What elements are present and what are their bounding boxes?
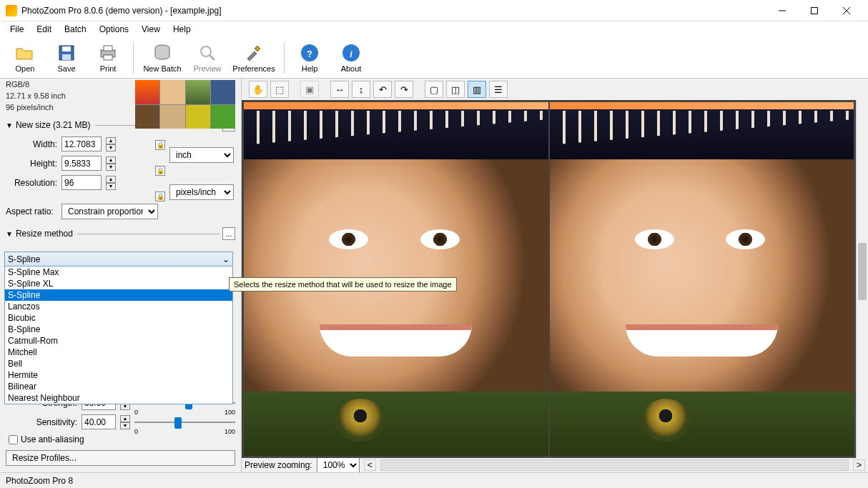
rotate-cw-button[interactable]: ↷: [395, 81, 413, 98]
height-label: Height:: [6, 159, 57, 169]
dimension-unit-select[interactable]: inch: [169, 147, 234, 163]
vertical-scrollbar[interactable]: [856, 100, 868, 458]
open-button[interactable]: Open: [6, 40, 44, 76]
pan-tool-button[interactable]: ✋: [249, 81, 267, 98]
height-lock-button[interactable]: 🔒: [155, 166, 165, 176]
menu-options[interactable]: Options: [94, 23, 134, 36]
height-spinner[interactable]: ▲▼: [106, 156, 116, 171]
collapse-arrow-icon: ▼: [6, 230, 13, 238]
menu-batch[interactable]: Batch: [59, 23, 92, 36]
resize-method-tooltip: Selects the resize method that will be u…: [229, 277, 457, 292]
svg-line-12: [209, 55, 214, 60]
window-title: PhotoZoom Pro 8.0.6 (demo version) - [ex…: [21, 6, 766, 16]
resize-option[interactable]: Hermite: [5, 369, 232, 381]
svg-text:?: ?: [307, 49, 312, 59]
resize-profiles-button[interactable]: Resize Profiles...: [6, 450, 235, 466]
rotate-ccw-button[interactable]: ↶: [373, 81, 392, 98]
layout-split-button[interactable]: ◫: [446, 81, 465, 98]
antialias-checkbox[interactable]: [9, 435, 18, 444]
minimize-button[interactable]: [766, 1, 798, 21]
resolution-label: Resolution:: [6, 178, 57, 188]
sensitivity-input[interactable]: [82, 414, 116, 429]
resize-method-dropdown[interactable]: S-Spline ⌄ S-Spline MaxS-Spline XLS-Spli…: [4, 252, 233, 404]
preview-zoom-label: Preview zooming:: [245, 460, 312, 470]
width-label: Width:: [6, 139, 57, 149]
sensitivity-label: Sensitivity:: [6, 417, 77, 427]
width-lock-button[interactable]: 🔒: [155, 140, 165, 150]
scroll-left-button[interactable]: <: [364, 459, 376, 471]
svg-rect-1: [811, 7, 817, 14]
resolution-input[interactable]: [61, 175, 102, 190]
resize-option[interactable]: S-Spline Max: [5, 267, 232, 278]
resize-option[interactable]: Bicubic: [5, 312, 232, 324]
resize-option[interactable]: Bilinear: [5, 381, 232, 392]
new-batch-button[interactable]: New Batch: [139, 40, 185, 76]
resize-option[interactable]: Lanczos: [5, 301, 232, 312]
preview-button[interactable]: Preview: [188, 40, 227, 76]
scroll-right-button[interactable]: >: [853, 459, 865, 471]
flip-h-button[interactable]: ↔: [330, 81, 349, 98]
preview-right: [550, 102, 854, 456]
height-input[interactable]: [61, 156, 102, 171]
printer-icon: [98, 43, 118, 63]
horizontal-scrollbar[interactable]: [380, 459, 849, 471]
aspect-ratio-select[interactable]: Constrain proportions: [61, 204, 158, 219]
flip-v-button[interactable]: ↕: [352, 81, 370, 98]
info-icon: i: [341, 43, 361, 63]
resize-option[interactable]: Bell: [5, 358, 232, 369]
svg-rect-8: [104, 46, 112, 51]
thumbnail-grid[interactable]: [135, 80, 235, 129]
tools-icon: [244, 43, 264, 63]
close-button[interactable]: [830, 1, 862, 21]
print-button[interactable]: Print: [89, 40, 127, 76]
resize-option[interactable]: B-Spline: [5, 324, 232, 335]
resolution-spinner[interactable]: ▲▼: [106, 176, 116, 190]
resolution-lock-button[interactable]: 🔒: [155, 191, 165, 201]
width-spinner[interactable]: ▲▼: [106, 137, 116, 151]
resize-option[interactable]: Nearest Neighbour: [5, 392, 232, 404]
main-toolbar: Open Save Print New Batch Preview Prefer…: [0, 37, 868, 79]
aspect-ratio-label: Aspect ratio:: [6, 206, 57, 216]
resize-option[interactable]: Catmull-Rom: [5, 335, 232, 347]
menu-file[interactable]: File: [4, 23, 29, 36]
menu-view[interactable]: View: [136, 23, 166, 36]
width-input[interactable]: [61, 136, 102, 151]
toolbar-sep: [284, 42, 285, 74]
crop-tool-button[interactable]: ▣: [300, 81, 319, 98]
view-toolbar: ✋ ⬚ ▣ ↔ ↕ ↶ ↷ ▢ ◫ ▥ ☰: [242, 79, 868, 100]
resolution-unit-select[interactable]: pixels/inch: [169, 184, 234, 200]
preferences-button[interactable]: Preferences: [230, 40, 278, 76]
save-button[interactable]: Save: [47, 40, 86, 76]
chevron-down-icon: ⌄: [222, 254, 230, 264]
floppy-icon: [56, 43, 77, 63]
settings-panel: RGB/8 12.71 x 9.58 inch 96 pixels/inch ▼…: [0, 79, 242, 472]
antialias-label: Use anti-aliasing: [21, 434, 84, 444]
about-button[interactable]: i About: [332, 40, 370, 76]
sensitivity-slider[interactable]: 0 100: [134, 415, 235, 429]
marquee-tool-button[interactable]: ⬚: [270, 81, 289, 98]
layout-single-button[interactable]: ▢: [425, 81, 443, 98]
layout-stacked-button[interactable]: ☰: [489, 81, 508, 98]
app-logo-icon: [6, 5, 17, 16]
status-text: PhotoZoom Pro 8: [6, 476, 73, 486]
help-button[interactable]: ? Help: [290, 40, 329, 76]
resize-option[interactable]: Mitchell: [5, 347, 232, 358]
preview-panel: ✋ ⬚ ▣ ↔ ↕ ↶ ↷ ▢ ◫ ▥ ☰: [242, 79, 868, 472]
magnifier-icon: [197, 43, 217, 63]
menu-edit[interactable]: Edit: [31, 23, 57, 36]
svg-rect-5: [62, 46, 71, 51]
layout-sidebyside-button[interactable]: ▥: [468, 81, 486, 98]
menu-help[interactable]: Help: [167, 23, 197, 36]
resize-option[interactable]: S-Spline XL: [5, 278, 232, 289]
menu-bar: File Edit Batch Options View Help: [0, 21, 868, 37]
preview-zoom-select[interactable]: 100%: [317, 457, 360, 472]
toolbar-sep: [133, 42, 134, 74]
resize-method-header[interactable]: ▼ Resize method ...: [0, 221, 241, 243]
status-bar: PhotoZoom Pro 8: [0, 472, 868, 488]
sensitivity-spinner[interactable]: ▲▼: [120, 415, 130, 429]
resize-option[interactable]: S-Spline: [5, 289, 232, 301]
folder-open-icon: [15, 43, 35, 63]
resize-method-selected[interactable]: S-Spline ⌄: [5, 252, 232, 267]
resize-method-options-button[interactable]: ...: [222, 227, 235, 240]
maximize-button[interactable]: [798, 1, 830, 21]
